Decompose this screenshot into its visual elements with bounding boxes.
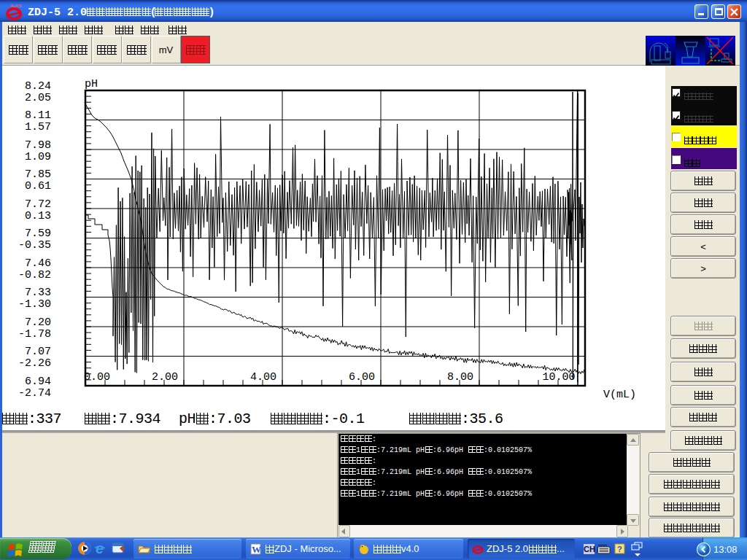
svg-text:-0.82: -0.82 [18,269,51,281]
svg-text:6.00: 6.00 [349,371,375,384]
svg-text:10.00: 10.00 [542,371,575,384]
svg-text:7.46: 7.46 [25,257,51,270]
svg-text:-1.78: -1.78 [18,328,51,341]
svg-text:0.00: 0.00 [84,371,110,384]
svg-text:7.72: 7.72 [25,198,51,211]
svg-text:-0.35: -0.35 [18,239,51,252]
svg-text:-2.26: -2.26 [18,357,51,370]
svg-text:6.94: 6.94 [25,376,51,388]
svg-text:?: ? [617,545,622,553]
svg-text:2.00: 2.00 [152,371,178,384]
svg-text:W: W [252,544,261,555]
svg-text:7.98: 7.98 [25,139,51,152]
svg-text:7.33: 7.33 [25,287,51,299]
svg-text:-1.30: -1.30 [18,298,51,311]
svg-text:1.09: 1.09 [25,151,51,163]
svg-text:0.61: 0.61 [25,180,51,192]
svg-text:7.07: 7.07 [25,346,51,358]
svg-text:8.11: 8.11 [25,109,51,122]
svg-text:8.00: 8.00 [447,371,473,384]
svg-text:2.05: 2.05 [25,92,51,104]
svg-text:0.13: 0.13 [25,210,51,222]
svg-text:7.85: 7.85 [25,168,51,181]
svg-text:pH: pH [85,78,98,90]
svg-text:8.24: 8.24 [25,80,51,93]
svg-text:7.59: 7.59 [25,228,51,240]
svg-text:V(mL): V(mL) [603,389,636,401]
svg-text:e: e [96,541,104,556]
svg-text:7.20: 7.20 [25,316,51,329]
svg-text:4.00: 4.00 [250,371,276,384]
svg-text:-2.74: -2.74 [18,387,51,400]
svg-text:1.57: 1.57 [25,121,51,133]
